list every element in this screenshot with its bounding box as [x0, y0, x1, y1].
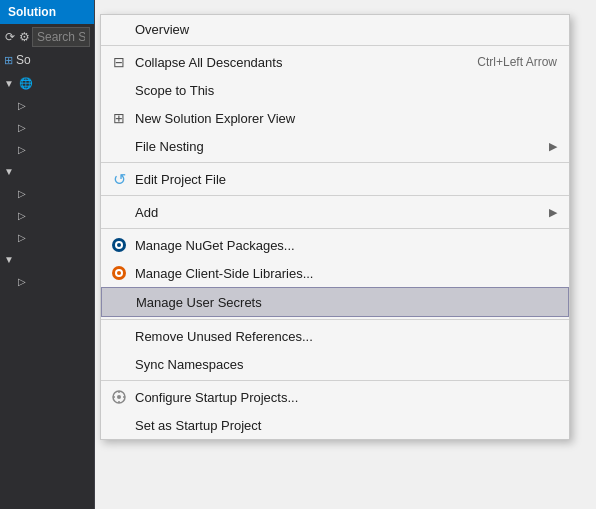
- menu-item-client-side[interactable]: Manage Client-Side Libraries...: [101, 259, 569, 287]
- separator-5: [101, 319, 569, 320]
- menu-item-sync-label: Sync Namespaces: [135, 357, 557, 372]
- tree-item-3[interactable]: ▷: [0, 138, 94, 160]
- menu-item-file-nesting[interactable]: File Nesting ▶: [101, 132, 569, 160]
- tree-item-6[interactable]: ▷: [0, 204, 94, 226]
- configure-startup-icon: [109, 387, 129, 407]
- tree-arrow-5: ▷: [18, 188, 32, 199]
- set-startup-icon: [109, 415, 129, 435]
- tree-arrow-4: ▼: [4, 166, 18, 177]
- svg-point-2: [117, 243, 121, 247]
- separator-2: [101, 162, 569, 163]
- tree-arrow-8: ▼: [4, 254, 18, 265]
- overview-icon: [109, 19, 129, 39]
- file-nesting-icon: [109, 136, 129, 156]
- separator-3: [101, 195, 569, 196]
- tree-item-5[interactable]: ▷: [0, 182, 94, 204]
- menu-item-add[interactable]: Add ▶: [101, 198, 569, 226]
- menu-item-overview-label: Overview: [135, 22, 557, 37]
- collapse-icon: ⊟: [109, 52, 129, 72]
- file-nesting-arrow: ▶: [549, 140, 557, 153]
- separator-1: [101, 45, 569, 46]
- menu-item-collapse-label: Collapse All Descendants: [135, 55, 457, 70]
- separator-6: [101, 380, 569, 381]
- menu-item-set-startup-label: Set as Startup Project: [135, 418, 557, 433]
- separator-4: [101, 228, 569, 229]
- sidebar: Solution ⟳ ⚙ ⊞ So ▼ 🌐 ▷ ▷ ▷ ▼ ▷ ▷: [0, 0, 95, 509]
- sidebar-toolbar: ⟳ ⚙: [0, 24, 94, 50]
- tree-item-4[interactable]: ▼: [0, 160, 94, 182]
- sync-namespaces-icon: [109, 354, 129, 374]
- menu-item-set-startup[interactable]: Set as Startup Project: [101, 411, 569, 439]
- settings-toolbar-button[interactable]: ⚙: [18, 27, 30, 47]
- menu-item-user-secrets[interactable]: Manage User Secrets: [101, 287, 569, 317]
- tree-arrow-9: ▷: [18, 276, 32, 287]
- menu-item-new-solution-label: New Solution Explorer View: [135, 111, 557, 126]
- svg-point-5: [117, 271, 121, 275]
- tree-item-root[interactable]: ▼ 🌐: [0, 72, 94, 94]
- solution-explorer-header: ⊞ So: [0, 50, 94, 70]
- scope-icon: [109, 80, 129, 100]
- add-arrow: ▶: [549, 206, 557, 219]
- menu-item-remove-unused[interactable]: Remove Unused References...: [101, 322, 569, 350]
- menu-item-collapse-all[interactable]: ⊟ Collapse All Descendants Ctrl+Left Arr…: [101, 48, 569, 76]
- menu-item-sync-namespaces[interactable]: Sync Namespaces: [101, 350, 569, 378]
- tree-item-9[interactable]: ▷: [0, 270, 94, 292]
- tree-arrow-2: ▷: [18, 122, 32, 133]
- menu-item-edit-project[interactable]: ↺ Edit Project File: [101, 165, 569, 193]
- search-input[interactable]: [32, 27, 90, 47]
- collapse-shortcut: Ctrl+Left Arrow: [477, 55, 557, 69]
- solution-explorer-icon: ⊞: [109, 108, 129, 128]
- tree-icon-root: 🌐: [18, 75, 34, 91]
- remove-unused-icon: [109, 326, 129, 346]
- tree-item-2[interactable]: ▷: [0, 116, 94, 138]
- menu-item-edit-project-label: Edit Project File: [135, 172, 557, 187]
- client-side-icon: [109, 263, 129, 283]
- tree-item-7[interactable]: ▷: [0, 226, 94, 248]
- tree-item-1[interactable]: ▷: [0, 94, 94, 116]
- menu-item-remove-unused-label: Remove Unused References...: [135, 329, 557, 344]
- menu-item-add-label: Add: [135, 205, 549, 220]
- edit-project-icon: ↺: [109, 169, 129, 189]
- tree-arrow-6: ▷: [18, 210, 32, 221]
- solution-explorer-label: So: [16, 53, 31, 67]
- user-secrets-icon: [110, 292, 130, 312]
- menu-item-configure-label: Configure Startup Projects...: [135, 390, 557, 405]
- tree-arrow-1: ▷: [18, 100, 32, 111]
- context-menu: Overview ⊟ Collapse All Descendants Ctrl…: [100, 14, 570, 440]
- menu-item-client-label: Manage Client-Side Libraries...: [135, 266, 557, 281]
- menu-item-scope[interactable]: Scope to This: [101, 76, 569, 104]
- menu-item-nuget[interactable]: Manage NuGet Packages...: [101, 231, 569, 259]
- tree-arrow-7: ▷: [18, 232, 32, 243]
- add-icon: [109, 202, 129, 222]
- nuget-icon: [109, 235, 129, 255]
- menu-item-new-solution-view[interactable]: ⊞ New Solution Explorer View: [101, 104, 569, 132]
- menu-item-overview[interactable]: Overview: [101, 15, 569, 43]
- menu-item-file-nesting-label: File Nesting: [135, 139, 549, 154]
- sidebar-title-label: Solution: [8, 5, 56, 19]
- sidebar-tree: ▼ 🌐 ▷ ▷ ▷ ▼ ▷ ▷ ▷ ▼ ▷: [0, 70, 94, 294]
- menu-item-scope-label: Scope to This: [135, 83, 557, 98]
- menu-item-configure-startup[interactable]: Configure Startup Projects...: [101, 383, 569, 411]
- menu-item-nuget-label: Manage NuGet Packages...: [135, 238, 557, 253]
- tree-arrow-root: ▼: [4, 78, 18, 89]
- tree-item-8[interactable]: ▼: [0, 248, 94, 270]
- tree-arrow-3: ▷: [18, 144, 32, 155]
- menu-item-user-secrets-label: Manage User Secrets: [136, 295, 556, 310]
- svg-point-7: [117, 395, 121, 399]
- sync-toolbar-button[interactable]: ⟳: [4, 27, 16, 47]
- solution-explorer-icon: ⊞: [4, 54, 13, 67]
- sidebar-title: Solution: [0, 0, 94, 24]
